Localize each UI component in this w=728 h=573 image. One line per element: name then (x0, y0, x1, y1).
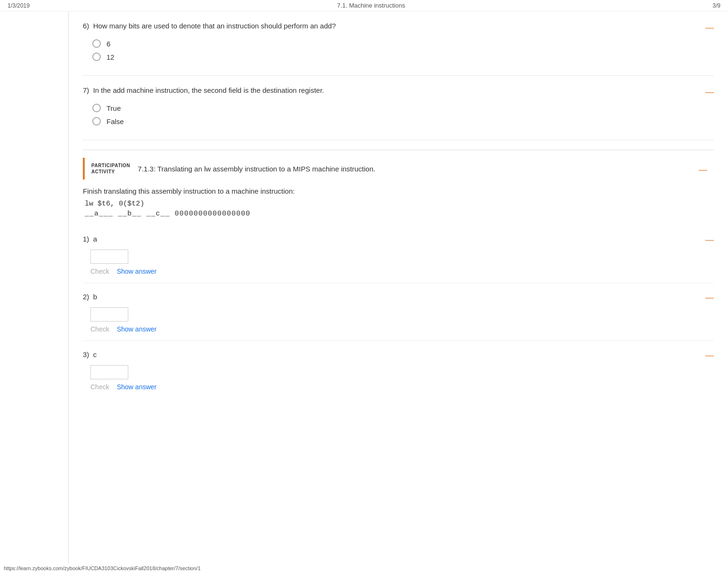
sub-q2-input[interactable] (90, 307, 128, 322)
q7-options: True False (92, 104, 714, 125)
sub-q3-collapse-icon[interactable]: — (705, 350, 714, 360)
sub-q1-input[interactable] (90, 250, 128, 264)
q6-radio-2[interactable] (92, 53, 101, 61)
sub-q1-actions: Check Show answer (90, 268, 714, 275)
q6-radio-1[interactable] (92, 39, 101, 48)
content-area: 6) How many bits are used to denote that… (69, 11, 728, 570)
page-title: 7.1. Machine instructions (30, 2, 713, 9)
sub-q2-actions: Check Show answer (90, 325, 714, 333)
sub-question-3: 3) c — Check Show answer (83, 341, 714, 398)
participation-label: PARTICIPATIONACTIVITY (91, 162, 130, 175)
sub-q3-check-button[interactable]: Check (90, 383, 109, 391)
q7-option-true[interactable]: True (92, 104, 714, 112)
question-7: 7) In the add machine instruction, the s… (83, 76, 714, 140)
question-6-text: 6) How many bits are used to denote that… (83, 21, 696, 32)
question-7-text: 7) In the add machine instruction, the s… (83, 85, 696, 96)
q6-option-2[interactable]: 12 (92, 53, 714, 61)
left-sidebar (0, 11, 69, 570)
sub-question-1: 1) a — Check Show answer (83, 225, 714, 283)
participation-activity: PARTICIPATIONACTIVITY 7.1.3: Translating… (83, 150, 714, 398)
assembly-code: lw $t6, 0($t2) (85, 200, 714, 208)
q6-option-1[interactable]: 6 (92, 39, 714, 48)
participation-collapse-icon[interactable]: — (699, 165, 707, 175)
assembly-fields: __a___ __b__ __c__ 0000000000000000 (85, 210, 714, 218)
q7-radio-false[interactable] (92, 117, 101, 125)
date-label: 1/3/2019 (8, 2, 30, 9)
sub-q2-collapse-icon[interactable]: — (705, 293, 714, 303)
sub-q1-collapse-icon[interactable]: — (705, 235, 714, 245)
q7-option-false[interactable]: False (92, 117, 714, 125)
sub-q1-check-button[interactable]: Check (90, 268, 109, 275)
q7-collapse-icon[interactable]: — (705, 87, 714, 97)
sub-q3-actions: Check Show answer (90, 383, 714, 391)
sub-q1-label: 1) a (83, 235, 97, 243)
participation-title: 7.1.3: Translating an lw assembly instru… (138, 165, 689, 173)
sub-q3-input[interactable] (90, 365, 128, 379)
q7-radio-true[interactable] (92, 104, 101, 112)
question-6: 6) How many bits are used to denote that… (83, 11, 714, 76)
sub-q3-show-answer-button[interactable]: Show answer (117, 383, 157, 391)
sub-q2-show-answer-button[interactable]: Show answer (117, 325, 157, 333)
sub-q1-show-answer-button[interactable]: Show answer (117, 268, 157, 275)
sub-q3-label: 3) c (83, 350, 97, 358)
participation-content: Finish translating this assembly instruc… (83, 179, 714, 398)
page-count: 3/9 (712, 2, 720, 9)
sub-question-2: 2) b — Check Show answer (83, 283, 714, 341)
q6-collapse-icon[interactable]: — (705, 23, 714, 33)
footer-url: https://learn.zybooks.com/zybook/FIUCDA3… (0, 564, 204, 570)
q6-options: 6 12 (92, 39, 714, 61)
assembly-description: Finish translating this assembly instruc… (83, 187, 714, 195)
sub-q2-label: 2) b (83, 293, 97, 301)
sub-q2-check-button[interactable]: Check (90, 325, 109, 333)
